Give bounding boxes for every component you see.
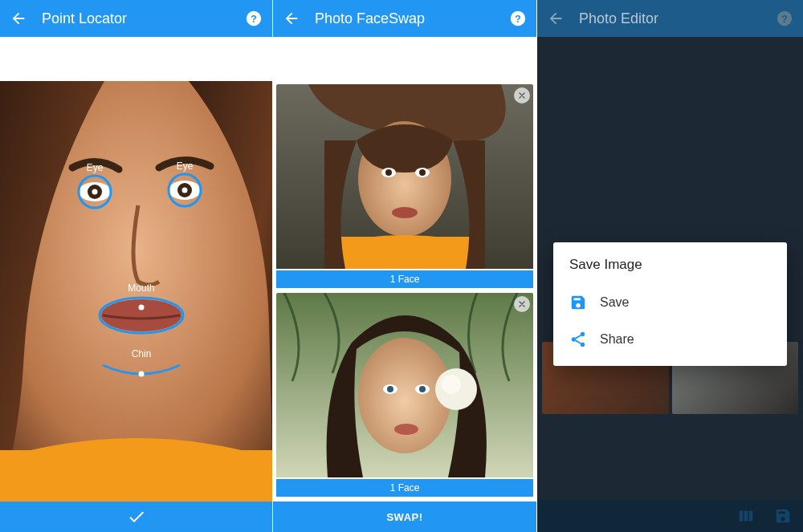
face-card[interactable]: 1 Face [276,293,533,497]
svg-point-15 [139,372,145,377]
close-icon [517,91,527,100]
svg-point-14 [139,305,145,311]
help-button[interactable]: ? [507,8,528,29]
remove-face-button[interactable] [514,87,530,104]
dialog-action-label: Save [600,295,629,310]
faceswap-area: 1 Face [273,81,536,532]
help-icon: ? [509,10,527,27]
check-icon [127,507,146,526]
svg-point-40 [581,332,585,337]
svg-point-12 [182,188,188,193]
svg-text:?: ? [781,13,788,25]
svg-point-42 [581,343,585,347]
svg-point-31 [419,386,426,392]
back-button[interactable] [8,8,29,29]
share-icon [569,331,587,348]
arrow-left-icon [547,10,565,27]
editor-body: Save Image Save Share [537,37,803,532]
help-icon: ? [776,10,793,27]
eye-right-label: Eye [177,160,194,172]
mouth-label: Mouth [128,282,154,294]
confirm-button[interactable] [0,502,272,532]
svg-point-32 [394,424,418,435]
face-card-caption: 1 Face [276,270,533,288]
back-button[interactable] [545,8,566,29]
point-locator-canvas[interactable]: Eye Eye Mouth Chin [0,81,272,502]
help-button[interactable]: ? [243,8,264,29]
face-card-caption: 1 Face [276,479,533,497]
svg-point-29 [387,386,393,392]
help-icon: ? [245,10,263,27]
arrow-left-icon [10,10,27,27]
svg-point-21 [385,169,392,176]
arrow-left-icon [283,10,300,27]
save-icon [569,294,587,311]
face-card[interactable]: 1 Face [276,84,533,288]
svg-text:?: ? [251,13,257,25]
chin-label: Chin [132,348,152,359]
svg-point-7 [101,299,181,331]
svg-text:?: ? [515,13,521,25]
left-topbar: Point Locator ? [0,0,272,37]
mid-whitebar [273,37,536,81]
help-button[interactable]: ? [774,8,795,29]
svg-point-34 [442,375,461,394]
close-icon [517,299,527,309]
dialog-action-save[interactable]: Save [569,284,771,321]
swap-button[interactable]: SWAP! [273,502,536,532]
left-title: Point Locator [29,10,243,27]
eye-left-label: Eye [87,162,104,173]
left-whitebar [0,37,272,81]
dialog-title: Save Image [569,257,771,273]
back-button[interactable] [281,8,302,29]
svg-point-24 [392,207,418,218]
mid-topbar: Photo FaceSwap ? [273,0,536,37]
svg-point-23 [419,169,426,176]
mid-title: Photo FaceSwap [302,10,507,27]
dialog-action-share[interactable]: Share [569,321,771,358]
dialog-action-label: Share [600,332,634,347]
right-title: Photo Editor [566,10,774,27]
svg-point-10 [92,189,98,195]
right-topbar: Photo Editor ? [537,0,803,37]
svg-point-41 [572,337,577,342]
remove-face-button[interactable] [514,296,530,312]
save-dialog: Save Image Save Share [553,242,787,366]
